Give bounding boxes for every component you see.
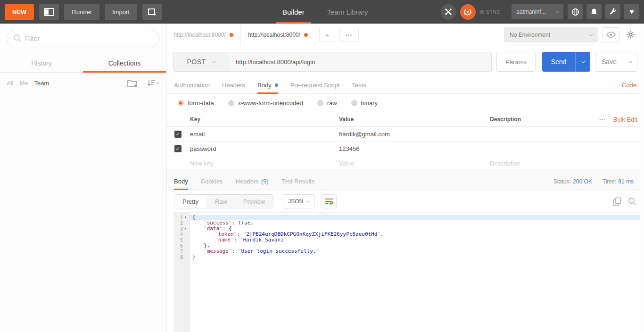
line-number[interactable]: 3▾ — [173, 226, 189, 232]
line-number[interactable]: 1▾ — [173, 215, 189, 220]
view-preview-button[interactable]: Preview — [235, 195, 273, 208]
interceptor-button[interactable] — [568, 4, 583, 19]
send-button[interactable]: Send — [542, 52, 575, 72]
bulk-edit-link[interactable]: Bulk Edit — [613, 116, 637, 123]
wrap-text-icon — [325, 198, 333, 205]
tab-builder[interactable]: Builder — [276, 0, 311, 24]
sidebar-toggle-button[interactable] — [39, 4, 59, 20]
response-tab-headers[interactable]: Headers (9) — [236, 173, 269, 190]
view-pretty-button[interactable]: Pretty — [174, 195, 207, 208]
proxy-capture-button[interactable] — [441, 4, 456, 20]
response-tab-cookies[interactable]: Cookies — [201, 173, 223, 190]
new-button[interactable]: NEW — [5, 4, 34, 20]
request-tab-2[interactable]: http://localhost:8000/ — [241, 24, 315, 46]
runner-button[interactable]: Runner — [64, 4, 99, 20]
new-key-input[interactable]: New key — [189, 160, 338, 167]
environment-area: No Environment — [504, 24, 644, 46]
tab-authorization[interactable]: Authorization — [174, 76, 210, 93]
row-checkbox[interactable]: ✓ — [174, 131, 182, 138]
tab-options-button[interactable]: ••• — [339, 28, 359, 42]
account-dropdown[interactable]: aatmaninf... — [512, 4, 563, 19]
environment-select[interactable]: No Environment — [504, 27, 598, 42]
favorites-button[interactable]: ♥ — [624, 4, 639, 19]
tab-collections[interactable]: Collections — [83, 55, 166, 72]
chevron-down-icon — [306, 199, 310, 202]
save-button[interactable]: Save — [595, 52, 623, 71]
response-body-viewer: 1▾23▾45678 {"success": true,"data": {"to… — [173, 212, 644, 332]
response-tab-body[interactable]: Body — [174, 173, 188, 190]
key-cell[interactable]: email — [189, 131, 338, 138]
new-window-icon — [147, 8, 157, 16]
request-editor-tabs: Authorization Headers Body Pre-request S… — [166, 76, 644, 94]
tab-tests[interactable]: Tests — [352, 76, 366, 93]
sync-icon — [463, 8, 472, 16]
scope-me[interactable]: Me — [19, 80, 28, 87]
sync-button[interactable] — [460, 4, 476, 20]
url-input[interactable] — [229, 52, 491, 71]
method-select[interactable]: POST — [173, 52, 229, 71]
sort-icon[interactable] — [147, 79, 159, 87]
bell-icon — [590, 8, 598, 16]
eye-icon — [606, 32, 616, 38]
json-code-pane[interactable]: {"success": true,"data": {"token": "2|PB… — [190, 213, 644, 332]
tab-team-library[interactable]: Team Library — [321, 0, 375, 24]
main-scrollbar[interactable] — [640, 24, 644, 332]
tab-headers[interactable]: Headers — [222, 76, 245, 93]
scope-team[interactable]: Team — [34, 80, 50, 87]
value-cell[interactable]: 123456 — [338, 145, 489, 152]
filter-input[interactable] — [7, 30, 159, 47]
send-options-button[interactable] — [575, 52, 590, 72]
radio-raw[interactable]: raw — [317, 100, 337, 107]
chevron-down-icon — [212, 59, 215, 63]
search-response-icon[interactable] — [628, 197, 636, 206]
new-folder-icon[interactable] — [127, 79, 139, 88]
environment-preview-button[interactable] — [602, 27, 619, 42]
tab-body[interactable]: Body — [257, 76, 278, 93]
line-number: 2 — [173, 220, 189, 226]
wrap-text-button[interactable] — [322, 194, 337, 208]
new-window-button[interactable] — [142, 4, 162, 20]
value-cell[interactable]: hardik@gmail.com — [338, 131, 489, 138]
tab-history[interactable]: History — [0, 55, 83, 72]
fold-arrow-icon: ▾ — [184, 215, 189, 220]
radio-binary[interactable]: binary — [351, 100, 378, 107]
response-header: Body Cookies Headers (9) Test Results St… — [166, 173, 644, 190]
scope-all[interactable]: All — [7, 80, 13, 87]
globe-icon — [571, 8, 579, 16]
time-indicator: Time:91 ms — [603, 178, 634, 185]
code-link[interactable]: Code — [622, 82, 636, 89]
new-description-input[interactable]: Description — [489, 160, 570, 167]
save-options-button[interactable] — [623, 52, 637, 71]
key-cell[interactable]: password — [189, 145, 338, 152]
code-line: "name": "Hardik Savani" — [190, 237, 644, 243]
tab-prerequest-script[interactable]: Pre-request Script — [290, 76, 340, 93]
environment-settings-button[interactable] — [623, 27, 637, 42]
response-tab-test-results[interactable]: Test Results — [281, 173, 315, 190]
copy-icon[interactable] — [613, 197, 621, 206]
request-bar: POST Params Send Save — [166, 46, 644, 76]
topbar-tabs: Builder Team Library — [276, 0, 384, 24]
settings-wrench-button[interactable] — [605, 4, 620, 19]
code-line: "success": true, — [190, 220, 644, 226]
headers-count-badge: (9) — [261, 178, 269, 185]
new-value-input[interactable]: Value — [338, 160, 489, 167]
notifications-button[interactable] — [586, 4, 602, 19]
radio-x-www-form-urlencoded[interactable]: x-www-form-urlencoded — [228, 100, 303, 107]
new-tab-button[interactable]: + — [319, 28, 335, 42]
import-button[interactable]: Import — [105, 4, 137, 20]
main-panel: http://localhost:8000/ http://localhost:… — [166, 24, 644, 332]
table-options-icon[interactable]: ••• — [599, 117, 606, 122]
row-checkbox[interactable]: ✓ — [174, 145, 182, 152]
code-line: "message": "User login successfully." — [190, 249, 644, 254]
params-button[interactable]: Params — [496, 52, 536, 72]
column-value: Value — [338, 116, 489, 123]
radio-form-data[interactable]: form-data — [178, 100, 214, 107]
request-tab-1[interactable]: http://localhost:8000/ — [166, 24, 241, 46]
radio-icon — [178, 100, 184, 106]
topbar: NEW Runner Import Builder Team Library I… — [0, 0, 644, 24]
format-select[interactable]: JSON — [283, 194, 315, 208]
status-indicator: Status:200 OK — [553, 178, 592, 185]
unsaved-dot-icon — [304, 33, 308, 37]
view-raw-button[interactable]: Raw — [207, 195, 235, 208]
topbar-right: IN SYNC aatmaninf... ♥ — [441, 4, 639, 20]
